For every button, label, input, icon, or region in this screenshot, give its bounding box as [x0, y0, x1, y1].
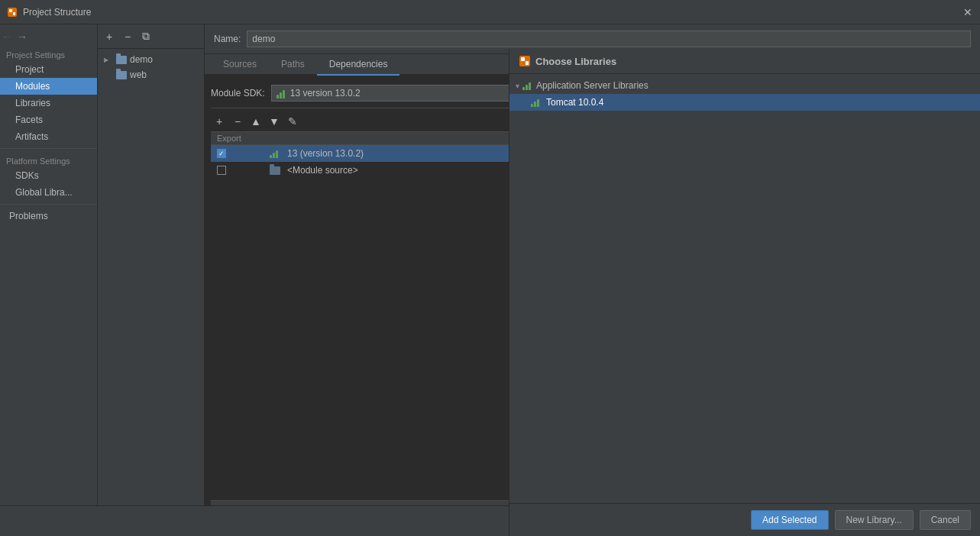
svg-rect-4 [521, 57, 525, 61]
sidebar-divider [0, 148, 97, 149]
folder-icon-demo [116, 56, 127, 64]
platform-settings-label: Platform Settings [0, 152, 97, 167]
sidebar-item-sdks[interactable]: SDKs [0, 167, 97, 184]
tree-label-web: web [130, 69, 147, 80]
overlay-cancel-button[interactable]: Cancel [920, 510, 971, 530]
svg-rect-5 [526, 61, 529, 65]
choose-libraries-panel: Choose Libraries ▾ Application Server Li… [509, 49, 980, 536]
nav-arrows: ← → [0, 27, 97, 46]
library-item-tomcat[interactable]: Tomcat 10.0.4 [509, 94, 980, 111]
sdk-dep-icon [269, 148, 281, 159]
app-icon [6, 6, 18, 18]
project-settings-label: Project Settings [0, 46, 97, 61]
sidebar: ← → Project Settings Project Modules Lib… [0, 24, 98, 536]
tree-toolbar: + − ⧉ [98, 24, 204, 49]
window-controls: ✕ [962, 6, 974, 18]
module-tree-panel: + − ⧉ ▶ demo web [98, 24, 205, 536]
remove-dep-button[interactable]: − [229, 113, 246, 130]
header-export: Export [217, 134, 263, 143]
tab-dependencies[interactable]: Dependencies [317, 54, 400, 76]
remove-module-button[interactable]: − [119, 28, 136, 45]
overlay-title-text: Choose Libraries [535, 56, 616, 67]
intellij-icon [519, 55, 531, 67]
deps-checkbox-module-src[interactable] [217, 166, 226, 175]
deps-row-sdk-label: 13 (version 13.0.2) [287, 148, 364, 159]
new-library-button[interactable]: New Library... [835, 510, 914, 530]
library-list: ▾ Application Server Libraries [509, 74, 980, 503]
sidebar-item-project[interactable]: Project [0, 61, 97, 78]
sidebar-divider-2 [0, 204, 97, 205]
copy-module-button[interactable]: ⧉ [137, 28, 154, 45]
name-label: Name: [214, 34, 241, 44]
sidebar-item-global-libs[interactable]: Global Libra... [0, 184, 97, 201]
sdk-bar-icon [277, 88, 287, 98]
sidebar-item-artifacts[interactable]: Artifacts [0, 128, 97, 145]
close-button[interactable]: ✕ [962, 6, 974, 18]
library-group-app-server[interactable]: ▾ Application Server Libraries [509, 77, 980, 111]
svg-rect-2 [13, 12, 15, 15]
tree-label-demo: demo [130, 54, 153, 65]
move-down-button[interactable]: ▼ [266, 113, 283, 130]
name-input[interactable] [247, 31, 971, 47]
tomcat-icon [531, 98, 542, 107]
window-title: Project Structure [23, 7, 962, 18]
overlay-title: Choose Libraries [509, 49, 980, 74]
overlay-buttons: Add Selected New Library... Cancel [509, 503, 980, 536]
folder-icon-web [116, 71, 127, 79]
back-button[interactable]: ← [0, 31, 14, 43]
tree-item-demo[interactable]: ▶ demo [98, 52, 204, 67]
tree-arrow-demo: ▶ [104, 57, 113, 63]
sidebar-item-facets[interactable]: Facets [0, 111, 97, 128]
sdk-label: Module SDK: [211, 88, 265, 98]
tree-item-web[interactable]: web [98, 67, 204, 82]
module-tree: ▶ demo web [98, 49, 204, 536]
sidebar-item-modules[interactable]: Modules [0, 78, 97, 95]
move-up-button[interactable]: ▲ [247, 113, 264, 130]
sidebar-item-libraries[interactable]: Libraries [0, 95, 97, 111]
forward-button[interactable]: → [15, 31, 29, 43]
sidebar-item-problems[interactable]: Problems [0, 208, 97, 224]
tomcat-label: Tomcat 10.0.4 [546, 97, 603, 108]
add-selected-button[interactable]: Add Selected [751, 510, 828, 530]
edit-dep-button[interactable]: ✎ [284, 113, 301, 130]
group-bar-icon [522, 81, 533, 90]
add-module-button[interactable]: + [101, 28, 118, 45]
deps-checkbox-sdk[interactable]: ✓ [217, 149, 226, 158]
group-collapse-icon: ▾ [516, 82, 519, 90]
sdk-value: 13 version 13.0.2 [290, 88, 361, 98]
add-dep-button[interactable]: + [211, 113, 228, 130]
title-bar: Project Structure ✕ [0, 0, 980, 24]
tab-sources[interactable]: Sources [211, 54, 269, 76]
library-group-header[interactable]: ▾ Application Server Libraries [509, 77, 980, 94]
tab-paths[interactable]: Paths [269, 54, 317, 76]
group-label: Application Server Libraries [536, 80, 648, 91]
deps-row-module-src-label: <Module source> [287, 165, 358, 176]
module-src-icon [269, 165, 281, 176]
svg-rect-1 [9, 9, 12, 12]
